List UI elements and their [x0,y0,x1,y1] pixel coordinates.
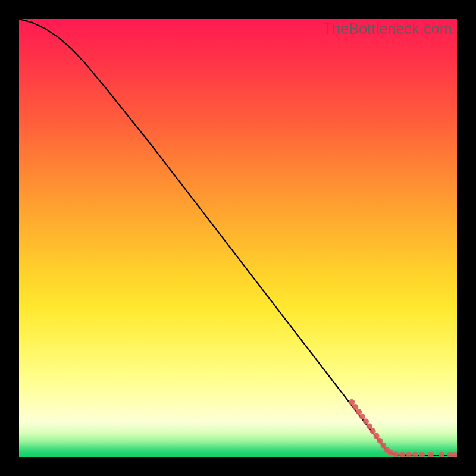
data-marker [412,452,418,457]
data-marker [393,452,399,457]
data-marker [387,450,393,456]
data-marker [367,423,372,429]
data-marker [452,452,457,457]
data-marker [352,404,358,410]
data-marker [359,414,365,419]
curve-layer [19,19,457,455]
data-marker [406,452,412,457]
data-marker [374,433,380,439]
data-marker [377,438,383,444]
data-marker [419,452,425,457]
data-marker [356,409,362,415]
data-marker [428,452,434,457]
bottleneck-curve [19,19,457,455]
data-marker [370,428,376,434]
marker-layer [349,399,457,457]
chart-stage: TheBottleneck.com [0,0,476,476]
data-marker [439,452,444,457]
data-marker [363,418,369,424]
data-marker [349,399,355,405]
data-marker [399,452,405,457]
chart-svg [19,19,457,457]
plot-area: TheBottleneck.com [19,19,457,457]
